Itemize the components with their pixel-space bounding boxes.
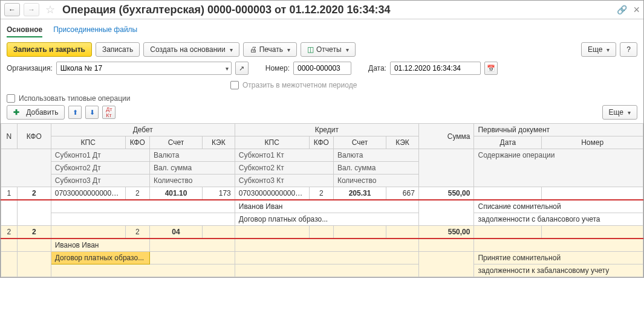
grid-toolbar: ✚ Добавить ⬆ ⬇ ДтКт Еще (1, 105, 643, 123)
hdr-sub3dt: Субконто3 Дт (51, 175, 149, 187)
col-kt-kfo[interactable]: КФО (309, 136, 333, 149)
number-label: Номер: (265, 64, 290, 72)
use-typical-checkbox[interactable] (7, 94, 15, 103)
date-input[interactable] (390, 62, 481, 75)
col-date[interactable]: Дата (474, 136, 542, 149)
col-debit[interactable]: Дебет (51, 124, 235, 136)
table-row[interactable]: Договор платных образо... Принятие сомни… (1, 252, 643, 264)
table-row[interactable]: задолженности к забалансовому учету (1, 264, 643, 277)
tabs: Основное Присоединенные файлы (1, 19, 643, 37)
col-kt-account[interactable]: Счет (333, 136, 386, 149)
date-label: Дата: (368, 64, 386, 72)
col-dt-kek[interactable]: КЭК (203, 136, 235, 149)
print-button[interactable]: 🖨Печать (243, 42, 297, 57)
close-icon[interactable]: × (633, 4, 640, 16)
grid-more-button[interactable]: Еще (602, 105, 637, 120)
move-up-button[interactable]: ⬆ (68, 106, 82, 119)
inter-period-checkbox[interactable] (230, 81, 239, 89)
reports-button[interactable]: ◫Отчеты (301, 42, 355, 57)
plus-icon: ✚ (13, 108, 19, 117)
create-basis-button[interactable]: Создать на основании (143, 42, 239, 57)
add-button[interactable]: ✚ Добавить (7, 105, 65, 120)
col-dt-kfo[interactable]: КФО (125, 136, 149, 149)
col-kt-kek[interactable]: КЭК (386, 136, 419, 149)
inter-period-label: Отразить в межотчетном периоде (242, 81, 357, 89)
col-number[interactable]: Номер (542, 136, 643, 149)
entries-grid: N КФО Дебет Кредит Сумма Первичный докум… (1, 123, 643, 277)
hdr-sub3kt: Субконто3 Кт (235, 175, 333, 187)
use-typical-row: Использовать типовые операции (1, 92, 643, 105)
table-row[interactable]: 2 2 2 04 550,00 (1, 226, 643, 239)
move-down-button[interactable]: ⬇ (85, 106, 99, 119)
use-typical-label: Использовать типовые операции (19, 94, 130, 103)
col-dt-kps[interactable]: КПС (51, 136, 125, 149)
main-toolbar: Записать и закрыть Записать Создать на о… (1, 37, 643, 60)
col-kfo[interactable]: КФО (17, 124, 51, 149)
selected-cell[interactable]: Договор платных образо... (51, 252, 149, 264)
save-close-button[interactable]: Записать и закрыть (7, 42, 92, 57)
hdr-content: Содержание операции (474, 149, 643, 187)
nav-forward-button[interactable]: → (24, 3, 39, 16)
table-row[interactable]: Иванов Иван Списание сомнительной (1, 200, 643, 213)
inter-period-row: Отразить в межотчетном периоде (1, 78, 643, 92)
form-row: Организация: ▾ ↗ Номер: Дата: 📅 (1, 60, 643, 78)
col-kt-kps[interactable]: КПС (235, 136, 309, 149)
hdr-sub1kt: Субконто1 Кт (235, 149, 333, 162)
titlebar: ← → ☆ Операция (бухгалтерская) 0000-0000… (1, 1, 643, 19)
calendar-button[interactable]: 📅 (484, 62, 498, 75)
hdr-qty-kt: Количество (333, 175, 418, 187)
nav-back-button[interactable]: ← (4, 3, 20, 16)
dropdown-icon[interactable]: ▾ (226, 65, 229, 72)
table-row[interactable]: Договор платных образо... задолженности … (1, 213, 643, 226)
org-label: Организация: (7, 64, 53, 72)
table-row[interactable]: Иванов Иван (1, 239, 643, 252)
hdr-currency-dt: Валюта (149, 149, 235, 162)
hdr-valsum-kt: Вал. сумма (333, 162, 418, 175)
window-title: Операция (бухгалтерская) 0000-000003 от … (62, 4, 613, 16)
col-primary-doc[interactable]: Первичный документ (474, 124, 643, 136)
dtkt-button[interactable]: ДтКт (102, 106, 115, 119)
hdr-valsum-dt: Вал. сумма (149, 162, 235, 175)
tab-main[interactable]: Основное (7, 23, 42, 37)
link-icon[interactable]: 🔗 (617, 5, 627, 14)
hdr-sub2dt: Субконто2 Дт (51, 162, 149, 175)
more-button[interactable]: Еще (581, 42, 616, 57)
reports-icon: ◫ (307, 45, 314, 54)
col-credit[interactable]: Кредит (235, 124, 418, 136)
hdr-qty-dt: Количество (149, 175, 235, 187)
print-icon: 🖨 (250, 45, 257, 54)
number-input[interactable] (293, 62, 351, 75)
col-dt-account[interactable]: Счет (149, 136, 202, 149)
hdr-sub2kt: Субконто2 Кт (235, 162, 333, 175)
favorite-icon[interactable]: ☆ (45, 3, 55, 16)
help-button[interactable]: ? (620, 42, 637, 57)
col-n[interactable]: N (1, 124, 18, 149)
col-sum[interactable]: Сумма (418, 124, 474, 149)
table-row[interactable]: 1 2 07030000000000130 2 401.10 173 07030… (1, 187, 643, 200)
org-input[interactable]: ▾ (56, 62, 232, 75)
tab-attachments[interactable]: Присоединенные файлы (53, 23, 137, 37)
org-open-button[interactable]: ↗ (235, 62, 249, 75)
hdr-sub1dt: Субконто1 Дт (51, 149, 149, 162)
save-button[interactable]: Записать (96, 42, 140, 57)
hdr-currency-kt: Валюта (333, 149, 418, 162)
